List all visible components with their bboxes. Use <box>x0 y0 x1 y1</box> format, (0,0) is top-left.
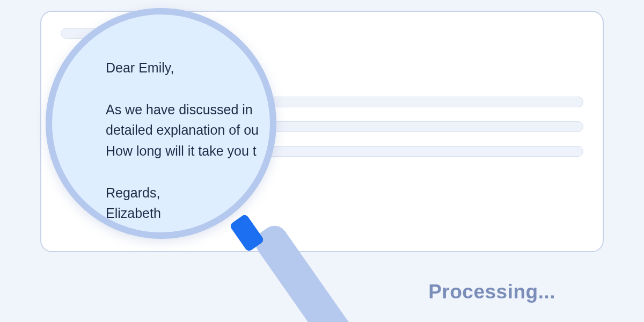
placeholder-line-short <box>61 28 114 39</box>
document-card <box>40 11 604 252</box>
placeholder-line-2 <box>61 121 583 132</box>
placeholder-line-3 <box>61 146 583 157</box>
status-text: Processing... <box>428 281 555 303</box>
placeholder-line-1 <box>61 97 583 107</box>
